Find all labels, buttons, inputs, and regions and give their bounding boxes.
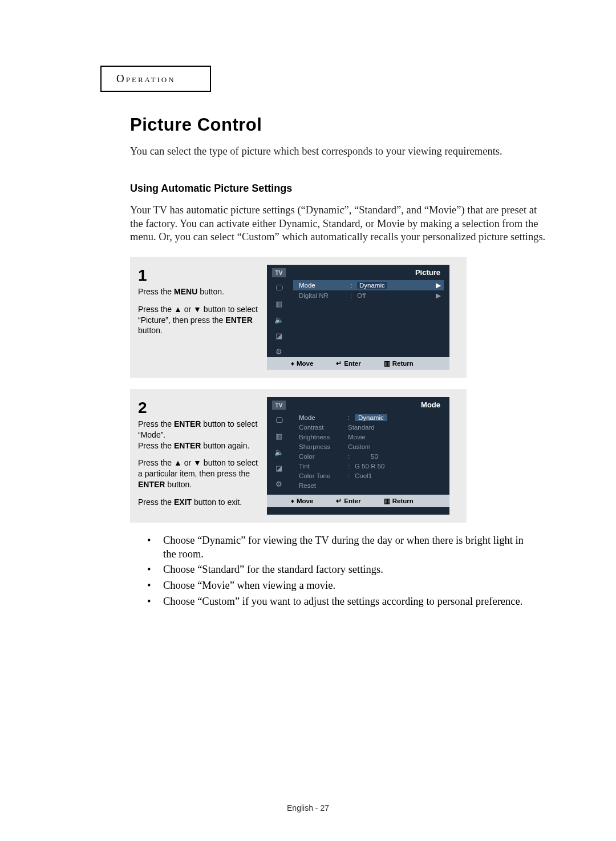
- body-text: Your TV has automatic picture settings (…: [130, 204, 548, 244]
- osd-return-hint: ▥ Return: [384, 497, 414, 505]
- osd-screenshot: TV 🖵 ▥ 🔈 ◪ ⚙ Picture Mode : Dynamic ▶: [267, 265, 449, 370]
- step-number: 2: [138, 397, 258, 419]
- list-item: Choose “Custom” if you want to adjust th…: [145, 595, 530, 609]
- tv-icon: TV: [272, 401, 286, 410]
- osd-row: Mode : Dynamic ▶: [293, 280, 444, 290]
- osd-colon: :: [348, 414, 355, 421]
- setup-icon: ⚙: [273, 478, 285, 490]
- osd-row-label: Reset: [293, 482, 348, 489]
- osd-colon: :: [350, 282, 357, 289]
- step-instructions: 1 Press the MENU button. Press the ▲ or …: [138, 265, 258, 370]
- step-block: 2 Press the ENTER button to select “Mode…: [130, 389, 467, 523]
- osd-nav-bar: ♦ Move ↵ Enter ▥ Return: [267, 495, 449, 507]
- osd-move-hint: ♦ Move: [291, 498, 313, 504]
- speaker-icon: 🔈: [273, 314, 285, 325]
- osd-return-hint: ▥ Return: [384, 359, 414, 367]
- osd-row: Tint : G 50 R 50: [293, 461, 444, 471]
- osd-row: Mode : Dynamic: [293, 413, 444, 422]
- step-instructions: 2 Press the ENTER button to select “Mode…: [138, 397, 258, 515]
- osd-title: Picture: [293, 268, 444, 277]
- list-item: Choose “Dynamic” for viewing the TV duri…: [145, 534, 530, 561]
- osd-row: Sharpness Custom: [293, 442, 444, 451]
- picture-icon: 🖵: [273, 414, 285, 426]
- picture-icon: 🖵: [273, 282, 285, 293]
- setup-icon: ⚙: [273, 346, 285, 357]
- osd-row-label: Tint: [293, 463, 348, 470]
- subheading: Using Automatic Picture Settings: [130, 183, 553, 195]
- osd-row-label: Sharpness: [293, 443, 348, 450]
- page-number: English - 27: [0, 803, 616, 812]
- bullet-list: Choose “Dynamic” for viewing the TV duri…: [145, 534, 530, 608]
- osd-nav-bar: ♦ Move ↵ Enter ▥ Return: [267, 357, 449, 370]
- osd-row-value: G 50 R 50: [355, 463, 444, 470]
- osd-row-value: 50: [355, 453, 444, 460]
- osd-colon: :: [350, 292, 357, 299]
- osd-row: Color : 50: [293, 451, 444, 461]
- osd-screenshot: TV 🖵 ▥ 🔈 ◪ ⚙ Mode Mode : Dynamic Contra: [267, 397, 449, 515]
- step-line: Press the ENTER button to select “Mode”.…: [138, 419, 258, 451]
- osd-row-label: Mode: [293, 282, 350, 289]
- osd-colon: :: [348, 463, 355, 470]
- tv-icon: TV: [272, 268, 286, 277]
- sound-icon-bar: ▥: [273, 298, 285, 309]
- step-line: Press the ▲ or ▼ button to select a part…: [138, 458, 258, 490]
- osd-row-label: Color Tone: [293, 472, 348, 479]
- step-block: 1 Press the MENU button. Press the ▲ or …: [130, 257, 467, 378]
- osd-colon: :: [348, 472, 355, 479]
- osd-enter-hint: ↵ Enter: [336, 359, 360, 367]
- osd-row-value: Movie: [348, 434, 444, 440]
- page-title: Picture Control: [130, 115, 553, 135]
- osd-row-label: Mode: [293, 414, 348, 421]
- list-item: Choose “Standard” for the standard facto…: [145, 563, 530, 577]
- osd-colon: :: [348, 453, 355, 460]
- osd-row: Brightness Movie: [293, 432, 444, 442]
- osd-enter-hint: ↵ Enter: [336, 497, 360, 505]
- osd-row-label: Brightness: [293, 434, 348, 440]
- speaker-icon: 🔈: [273, 446, 285, 458]
- osd-row-value: Dynamic: [357, 282, 387, 289]
- osd-move-hint: ♦ Move: [291, 360, 313, 367]
- osd-row: Color Tone : Cool1: [293, 471, 444, 480]
- osd-row-label: Contrast: [293, 424, 348, 431]
- sound-icon-bar: ▥: [273, 430, 285, 442]
- step-number: 1: [138, 265, 258, 286]
- osd-row: Contrast Standard: [293, 422, 444, 432]
- intro-text: You can select the type of picture which…: [130, 145, 553, 157]
- step-line: Press the ▲ or ▼ button to select “Pictu…: [138, 304, 258, 337]
- step-line: Press the EXIT button to exit.: [138, 497, 258, 508]
- section-tab-text: Operation: [116, 72, 176, 84]
- section-tab: Operation: [100, 66, 211, 92]
- osd-icon-column: TV 🖵 ▥ 🔈 ◪ ⚙: [267, 397, 291, 495]
- channel-icon: ◪: [273, 462, 285, 474]
- step-line: Press the MENU button.: [138, 286, 258, 297]
- osd-title: Mode: [293, 401, 444, 409]
- osd-row: Reset: [293, 480, 444, 490]
- osd-row-value: Custom: [348, 443, 444, 450]
- osd-row-value: Cool1: [355, 472, 444, 479]
- osd-row: Digital NR : Off ▶: [293, 290, 444, 301]
- arrow-right-icon: ▶: [436, 292, 444, 300]
- osd-row-label: Color: [293, 453, 348, 460]
- osd-row-value: Standard: [348, 424, 444, 431]
- channel-icon: ◪: [273, 330, 285, 341]
- osd-row-value: Dynamic: [355, 414, 387, 421]
- osd-row-value: Off: [357, 292, 436, 299]
- list-item: Choose “Movie” when viewing a movie.: [145, 579, 530, 593]
- osd-row-label: Digital NR: [293, 292, 350, 299]
- osd-icon-column: TV 🖵 ▥ 🔈 ◪ ⚙: [267, 265, 291, 357]
- arrow-right-icon: ▶: [436, 281, 444, 289]
